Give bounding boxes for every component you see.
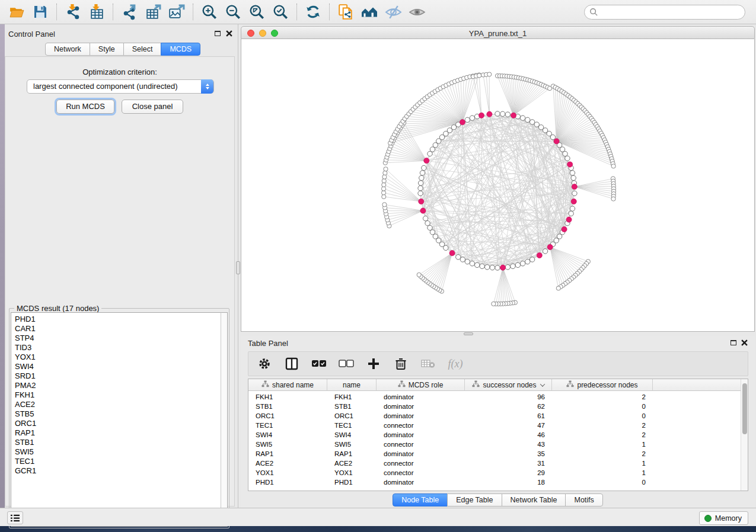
table-tab-node-table[interactable]: Node Table bbox=[393, 493, 448, 507]
hide-selected-icon[interactable] bbox=[381, 2, 405, 21]
cell-predecessor-nodes: 2 bbox=[552, 430, 653, 440]
import-network-icon[interactable] bbox=[61, 2, 85, 21]
cell-successor-nodes: 96 bbox=[465, 392, 552, 402]
select-all-rows-icon[interactable] bbox=[311, 356, 327, 371]
mcds-result-item[interactable]: PMA2 bbox=[15, 381, 221, 390]
close-panel-icon[interactable] bbox=[741, 339, 748, 346]
optimization-criterion-dropdown[interactable]: largest connected component (undirected) bbox=[27, 79, 214, 94]
control-tab-style[interactable]: Style bbox=[90, 43, 124, 56]
mcds-result-item[interactable]: SWI5 bbox=[15, 447, 221, 457]
mcds-result-item[interactable]: RAP1 bbox=[15, 428, 221, 438]
copy-style-share-icon[interactable] bbox=[334, 2, 358, 21]
table-tab-edge-table[interactable]: Edge Table bbox=[447, 493, 502, 507]
network-canvas[interactable] bbox=[241, 39, 755, 332]
mcds-result-item[interactable]: STB5 bbox=[15, 409, 221, 419]
control-tab-network[interactable]: Network bbox=[45, 43, 90, 56]
toolbar-separator bbox=[56, 4, 57, 20]
first-neighbors-icon[interactable] bbox=[358, 2, 381, 21]
column-header-MCDS-role[interactable]: MCDS role bbox=[377, 379, 465, 391]
zoom-out-icon[interactable] bbox=[221, 2, 245, 21]
column-type-icon bbox=[566, 380, 574, 389]
mcds-result-item[interactable]: TID3 bbox=[15, 343, 221, 352]
mcds-result-item[interactable]: ACE2 bbox=[15, 400, 221, 409]
search-field[interactable] bbox=[584, 5, 745, 20]
mcds-result-item[interactable]: TEC1 bbox=[15, 457, 221, 466]
mcds-result-list[interactable]: PHD1CAR1STP4TID3YOX1SWI4SRD1PMA2FKH1ACE2… bbox=[11, 312, 222, 527]
dropdown-stepper-icon bbox=[201, 79, 213, 94]
vertical-splitter[interactable] bbox=[236, 24, 241, 508]
table-settings-icon[interactable] bbox=[257, 356, 272, 371]
task-history-button[interactable] bbox=[7, 511, 23, 524]
table-row[interactable]: ORC1ORC1dominator610 bbox=[248, 411, 653, 421]
horizontal-splitter[interactable] bbox=[241, 332, 755, 336]
table-tab-network-table[interactable]: Network Table bbox=[502, 493, 566, 507]
network-title: YPA_prune.txt_1 bbox=[241, 29, 754, 38]
zoom-in-icon[interactable] bbox=[197, 2, 221, 21]
mcds-result-item[interactable]: STP4 bbox=[15, 334, 221, 343]
mcds-result-item[interactable]: FKH1 bbox=[15, 390, 221, 400]
function-builder-icon[interactable]: f(x) bbox=[448, 356, 463, 371]
mcds-result-item[interactable]: PHD1 bbox=[15, 315, 221, 324]
table-row[interactable]: STB1STB1dominator620 bbox=[248, 402, 653, 411]
delete-table-icon[interactable] bbox=[420, 356, 436, 371]
table-scrollbar[interactable] bbox=[741, 379, 748, 491]
close-panel-icon[interactable] bbox=[226, 30, 232, 37]
table-tab-motifs[interactable]: Motifs bbox=[565, 493, 602, 507]
export-image-icon[interactable] bbox=[165, 2, 189, 21]
network-titlebar[interactable]: YPA_prune.txt_1 bbox=[241, 26, 755, 39]
status-bar: Memory bbox=[0, 508, 756, 526]
float-panel-icon[interactable] bbox=[731, 340, 736, 345]
cell-name: SWI5 bbox=[327, 440, 377, 449]
column-header-successor-nodes[interactable]: successor nodes bbox=[465, 379, 552, 391]
zoom-selected-icon[interactable] bbox=[269, 2, 292, 21]
open-file-icon[interactable] bbox=[5, 2, 28, 21]
cell-predecessor-nodes: 0 bbox=[552, 402, 653, 411]
table-row[interactable]: SWI4SWI4dominator462 bbox=[248, 430, 653, 440]
show-column-panel-icon[interactable] bbox=[284, 356, 299, 371]
save-session-icon[interactable] bbox=[28, 2, 52, 21]
control-tab-mcds[interactable]: MCDS bbox=[161, 43, 200, 56]
column-header-predecessor-nodes[interactable]: predecessor nodes bbox=[552, 379, 653, 391]
main-toolbar bbox=[0, 0, 756, 24]
mcds-result-scrollbar[interactable] bbox=[221, 312, 228, 527]
column-header-shared-name[interactable]: shared name bbox=[248, 379, 327, 391]
cell-predecessor-nodes: 2 bbox=[552, 392, 653, 402]
scrollbar-thumb[interactable] bbox=[742, 383, 747, 434]
table-row[interactable]: YOX1YOX1connector291 bbox=[248, 468, 653, 477]
memory-button[interactable]: Memory bbox=[699, 511, 748, 525]
table-row[interactable]: RAP1RAP1dominator352 bbox=[248, 449, 653, 459]
export-network-icon[interactable] bbox=[117, 2, 141, 21]
add-row-icon[interactable] bbox=[366, 356, 381, 371]
search-input[interactable] bbox=[602, 8, 740, 17]
delete-rows-icon[interactable] bbox=[393, 356, 409, 371]
mcds-result-item[interactable]: STB1 bbox=[15, 438, 221, 447]
table-row[interactable]: ACE2ACE2connector311 bbox=[248, 459, 653, 468]
zoom-fit-icon[interactable] bbox=[245, 2, 269, 21]
splitter-grip[interactable] bbox=[236, 261, 240, 274]
splitter-grip[interactable] bbox=[464, 332, 473, 335]
deselect-all-rows-icon[interactable] bbox=[339, 356, 354, 371]
mcds-result-item[interactable]: ORC1 bbox=[15, 419, 221, 428]
close-panel-button[interactable]: Close panel bbox=[122, 100, 183, 114]
table-row[interactable]: SWI5SWI5connector431 bbox=[248, 440, 653, 449]
node-table[interactable]: shared namenameMCDS rolesuccessor nodesp… bbox=[248, 379, 748, 491]
import-table-icon[interactable] bbox=[85, 2, 109, 21]
show-all-icon[interactable] bbox=[405, 2, 429, 21]
float-panel-icon[interactable] bbox=[215, 31, 221, 36]
mcds-result-item[interactable]: CAR1 bbox=[15, 324, 221, 334]
control-tab-select[interactable]: Select bbox=[123, 43, 162, 56]
cell-MCDS-role: dominator bbox=[377, 411, 465, 421]
refresh-view-icon[interactable] bbox=[301, 2, 325, 21]
task-list-icon bbox=[10, 514, 20, 523]
table-row[interactable]: FKH1FKH1dominator962 bbox=[248, 392, 653, 402]
mcds-result-item[interactable]: SWI4 bbox=[15, 362, 221, 371]
mcds-result-item[interactable]: SRD1 bbox=[15, 371, 221, 381]
table-row[interactable]: PHD1PHD1dominator180 bbox=[248, 477, 653, 487]
run-mcds-button[interactable]: Run MCDS bbox=[56, 100, 114, 114]
export-table-icon[interactable] bbox=[141, 2, 165, 21]
network-graph[interactable] bbox=[241, 39, 754, 331]
column-header-name[interactable]: name bbox=[327, 379, 377, 391]
table-row[interactable]: TEC1TEC1connector472 bbox=[248, 421, 653, 430]
mcds-result-item[interactable]: GCR1 bbox=[15, 466, 221, 476]
mcds-result-item[interactable]: YOX1 bbox=[15, 352, 221, 362]
